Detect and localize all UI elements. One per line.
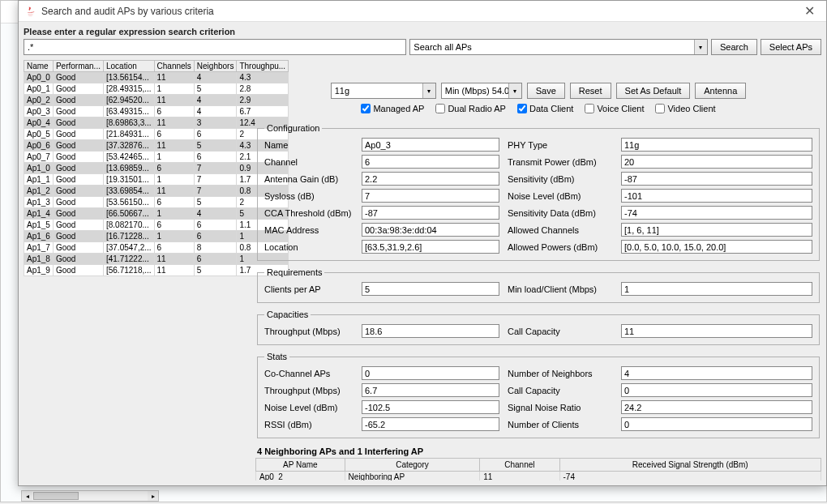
ap-table[interactable]: NamePerforman...LocationChannelsNeighbor… xyxy=(24,60,289,276)
antenna-button[interactable]: Antenna xyxy=(695,83,746,99)
nbr-rss: -74 xyxy=(559,472,821,481)
scroll-right-icon[interactable]: ▸ xyxy=(148,491,158,501)
regex-input[interactable] xyxy=(24,39,406,55)
rssi-field[interactable] xyxy=(362,417,499,431)
antenna-field[interactable] xyxy=(362,172,499,186)
scope-combo[interactable]: Search all APs ▾ xyxy=(409,39,708,55)
sensdata-label: Sensitivity Data (dBm) xyxy=(508,208,613,218)
main-split: NamePerforman...LocationChannelsNeighbor… xyxy=(24,60,821,481)
stats-fieldset: Stats Co-Channel APs Number of Neighbors… xyxy=(257,352,820,438)
chevron-down-icon: ▾ xyxy=(694,40,707,54)
table-row[interactable]: Ap1_1Good[19.31501...171.7 xyxy=(24,174,289,186)
nbr-ch: 11 xyxy=(480,472,559,481)
column-header[interactable]: Channel xyxy=(480,459,559,472)
managed-check[interactable]: Managed AP xyxy=(361,104,424,113)
dialog-titlebar: Search and audit APs by various criteria… xyxy=(19,1,826,22)
table-row[interactable]: Ap0_2Good[62.94520...1142.9 xyxy=(24,95,289,106)
neighbors-table[interactable]: AP NameCategoryChannelReceived Signal St… xyxy=(255,458,821,481)
table-row[interactable]: Ap0_1Good[28.49315,...152.8 xyxy=(24,83,289,95)
statscc-field[interactable] xyxy=(621,383,812,397)
scroll-left-icon[interactable]: ◂ xyxy=(22,491,32,501)
table-row[interactable]: Ap1_8Good[41.71222...1161 xyxy=(24,254,289,265)
column-header[interactable]: AP Name xyxy=(256,459,345,472)
column-header[interactable]: Location xyxy=(103,61,154,72)
dialog-title: Search and audit APs by various criteria xyxy=(41,6,214,17)
channel-field[interactable] xyxy=(362,155,499,169)
voice-check[interactable]: Voice Client xyxy=(585,104,644,113)
search-button[interactable]: Search xyxy=(711,39,757,55)
table-row[interactable]: Ap1_6Good[16.71228...161 xyxy=(24,231,289,242)
allowedch-field[interactable] xyxy=(621,223,812,237)
table-row[interactable]: Ap1_2Good[33.69854...1170.8 xyxy=(24,186,289,197)
mac-field[interactable] xyxy=(362,223,499,237)
tp-field[interactable] xyxy=(362,324,499,338)
txpower-field[interactable] xyxy=(621,155,812,169)
rssi-label: RSSI (dBm) xyxy=(264,420,354,429)
nbr-name: Ap0_2 xyxy=(256,472,345,481)
snr-label: Signal Noise Ratio xyxy=(508,403,613,412)
rate-combo[interactable]: Min (Mbps) 54.0▾ xyxy=(441,83,522,99)
chevron-down-icon: ▾ xyxy=(508,83,521,98)
numclients-field[interactable] xyxy=(621,417,812,431)
reset-button[interactable]: Reset xyxy=(570,83,611,99)
table-row[interactable]: Ap0_3Good[63.49315...646.7 xyxy=(24,106,289,117)
table-row[interactable]: Ap0_5Good[21.84931...662 xyxy=(24,129,289,140)
column-header[interactable]: Performan... xyxy=(53,61,103,72)
table-row: Ap0_2 Neighboring AP 11 -74 xyxy=(256,472,821,481)
rate-value: Min (Mbps) 54.0 xyxy=(445,86,509,96)
location-field[interactable] xyxy=(362,240,499,254)
table-row[interactable]: Ap1_5Good[8.082170...661.1 xyxy=(24,220,289,231)
scroll-thumb[interactable] xyxy=(33,492,79,500)
name-field[interactable] xyxy=(362,138,499,152)
cca-field[interactable] xyxy=(362,206,499,220)
statstp-label: Throughput (Mbps) xyxy=(264,386,354,395)
table-row[interactable]: Ap1_4Good[66.50667...145 xyxy=(24,208,289,220)
allowedpw-field[interactable] xyxy=(621,240,812,254)
snr-field[interactable] xyxy=(621,400,812,414)
column-header[interactable]: Name xyxy=(24,61,54,72)
noise-field[interactable] xyxy=(621,189,812,203)
table-row[interactable]: Ap0_0Good[13.56154...1144.3 xyxy=(24,72,289,83)
column-header[interactable]: Channels xyxy=(154,61,194,72)
txpower-label: Transmit Power (dBm) xyxy=(508,157,613,167)
mac-label: MAC Address xyxy=(264,225,354,235)
table-row[interactable]: Ap0_7Good[53.42465...162.1 xyxy=(24,152,289,163)
dialog-close-button[interactable]: ✕ xyxy=(799,3,820,19)
statstp-field[interactable] xyxy=(362,383,499,397)
data-check[interactable]: Data Client xyxy=(517,104,573,113)
table-row[interactable]: Ap1_9Good[56.71218,...1151.7 xyxy=(24,265,289,276)
bottom-scrollbar[interactable]: ◂ ▸ xyxy=(21,490,159,502)
phy-label: PHY Type xyxy=(508,140,613,150)
table-row[interactable]: Ap1_3Good[53.56150...652 xyxy=(24,197,289,208)
req-legend: Requirements xyxy=(264,267,324,277)
minload-label: Min load/Client (Mbps) xyxy=(508,284,613,294)
column-header[interactable]: Received Signal Strength (dBm) xyxy=(559,459,821,472)
sensdata-field[interactable] xyxy=(621,206,812,220)
table-row[interactable]: Ap1_0Good[13.69859...670.9 xyxy=(24,163,289,174)
mode-combo[interactable]: 11g▾ xyxy=(331,83,436,99)
minload-field[interactable] xyxy=(621,282,812,296)
table-row[interactable]: Ap1_7Good[37.0547,2...680.8 xyxy=(24,242,289,254)
column-header[interactable]: Category xyxy=(345,459,480,472)
sysloss-field[interactable] xyxy=(362,189,499,203)
callcap-field[interactable] xyxy=(621,324,812,338)
video-check[interactable]: Video Client xyxy=(655,104,715,113)
save-button[interactable]: Save xyxy=(527,83,565,99)
statsnoise-label: Noise Level (dBm) xyxy=(264,403,354,412)
numneighbors-field[interactable] xyxy=(621,366,812,380)
search-label: Please enter a regular expression search… xyxy=(24,27,821,36)
select-aps-button[interactable]: Select APs xyxy=(761,39,821,55)
capacities-fieldset: Capacities Throughput (Mbps) Call Capaci… xyxy=(257,310,820,345)
phy-field[interactable] xyxy=(621,138,812,152)
cochannel-field[interactable] xyxy=(362,366,499,380)
details-pane: 11g▾ Min (Mbps) 54.0▾ Save Reset Set As … xyxy=(255,60,821,481)
column-header[interactable]: Neighbors xyxy=(194,61,237,72)
sensitivity-field[interactable] xyxy=(621,172,812,186)
dual-check[interactable]: Dual Radio AP xyxy=(435,104,506,113)
default-button[interactable]: Set As Default xyxy=(616,83,691,99)
ap-list-pane: NamePerforman...LocationChannelsNeighbor… xyxy=(24,60,251,481)
cpa-field[interactable] xyxy=(362,282,499,296)
table-row[interactable]: Ap0_6Good[37.32876...1154.3 xyxy=(24,140,289,152)
statsnoise-field[interactable] xyxy=(362,400,499,414)
table-row[interactable]: Ap0_4Good[8.69863,3...11312.4 xyxy=(24,117,289,129)
